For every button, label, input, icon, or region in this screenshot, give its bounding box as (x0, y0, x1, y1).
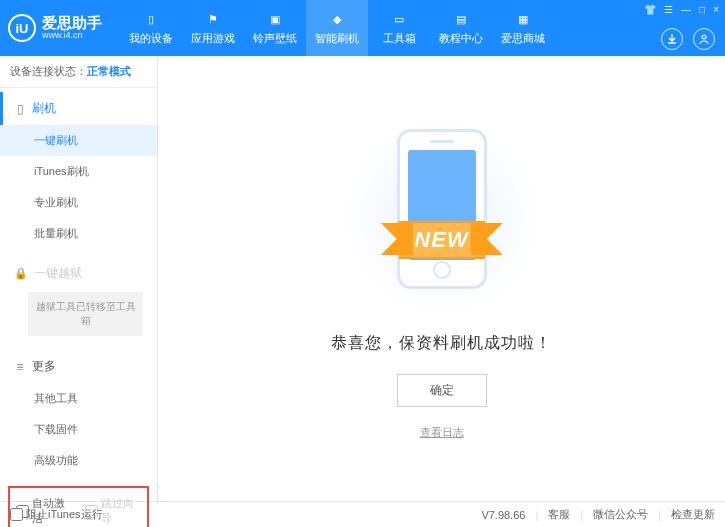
success-illustration: NEW (342, 117, 542, 317)
support-link[interactable]: 客服 (548, 507, 570, 522)
maximize-button[interactable]: □ (699, 4, 705, 15)
nav-apps[interactable]: ⚑应用游戏 (182, 0, 244, 56)
sidebar-item-pro[interactable]: 专业刷机 (0, 187, 157, 218)
sidebar-item-oneclick[interactable]: 一键刷机 (0, 125, 157, 156)
new-ribbon: NEW (398, 221, 484, 259)
app-url: www.i4.cn (42, 31, 102, 41)
jailbreak-note: 越狱工具已转移至工具箱 (28, 292, 143, 336)
nav-tutorials[interactable]: ▤教程中心 (430, 0, 492, 56)
main-nav: ▯我的设备 ⚑应用游戏 ▣铃声壁纸 ◆智能刷机 ▭工具箱 ▤教程中心 ▦爱思商城 (120, 0, 554, 56)
main-panel: NEW 恭喜您，保资料刷机成功啦！ 确定 查看日志 (158, 56, 725, 501)
sidebar-item-itunes[interactable]: iTunes刷机 (0, 156, 157, 187)
menu-icon[interactable]: ☰ (664, 4, 673, 15)
sidebar-item-batch[interactable]: 批量刷机 (0, 218, 157, 249)
version-label: V7.98.66 (481, 509, 525, 521)
sidebar-head-flash[interactable]: ▯刷机 (0, 92, 157, 125)
app-logo: iU 爱思助手 www.i4.cn (8, 14, 102, 42)
toolbox-icon: ▭ (390, 10, 408, 28)
book-icon: ▤ (452, 10, 470, 28)
sidebar-item-firmware[interactable]: 下载固件 (0, 414, 157, 445)
sidebar-head-jailbreak: 🔒一键越狱 (0, 257, 157, 290)
header: iU 爱思助手 www.i4.cn ▯我的设备 ⚑应用游戏 ▣铃声壁纸 ◆智能刷… (0, 0, 725, 56)
nav-flash[interactable]: ◆智能刷机 (306, 0, 368, 56)
nav-my-device[interactable]: ▯我的设备 (120, 0, 182, 56)
apps-icon: ⚑ (204, 10, 222, 28)
ok-button[interactable]: 确定 (397, 374, 487, 407)
sidebar-item-other[interactable]: 其他工具 (0, 383, 157, 414)
sidebar-head-more[interactable]: ≡更多 (0, 350, 157, 383)
nav-ringtones[interactable]: ▣铃声壁纸 (244, 0, 306, 56)
phone-icon: ▯ (142, 10, 160, 28)
flash-icon: ◆ (328, 10, 346, 28)
block-itunes-checkbox[interactable]: 阻止iTunes运行 (10, 507, 103, 522)
svg-point-0 (702, 35, 706, 39)
close-button[interactable]: × (713, 4, 719, 15)
window-controls: 👕 ☰ — □ × (644, 4, 719, 15)
nav-store[interactable]: ▦爱思商城 (492, 0, 554, 56)
music-icon: ▣ (266, 10, 284, 28)
view-log-link[interactable]: 查看日志 (420, 425, 464, 440)
wechat-link[interactable]: 微信公众号 (593, 507, 648, 522)
nav-toolbox[interactable]: ▭工具箱 (368, 0, 430, 56)
logo-icon: iU (8, 14, 36, 42)
sidebar: 设备连接状态：正常模式 ▯刷机 一键刷机 iTunes刷机 专业刷机 批量刷机 … (0, 56, 158, 501)
minimize-button[interactable]: — (681, 4, 691, 15)
success-message: 恭喜您，保资料刷机成功啦！ (331, 333, 552, 354)
update-link[interactable]: 检查更新 (671, 507, 715, 522)
app-name: 爱思助手 (42, 15, 102, 32)
more-group-icon: ≡ (14, 360, 26, 374)
shirt-icon[interactable]: 👕 (644, 4, 656, 15)
connection-status: 设备连接状态：正常模式 (0, 56, 157, 88)
store-icon: ▦ (514, 10, 532, 28)
flash-group-icon: ▯ (14, 102, 26, 116)
user-button[interactable] (693, 28, 715, 50)
download-button[interactable] (661, 28, 683, 50)
header-actions (661, 28, 715, 50)
sidebar-item-advanced[interactable]: 高级功能 (0, 445, 157, 476)
lock-icon: 🔒 (14, 267, 28, 280)
